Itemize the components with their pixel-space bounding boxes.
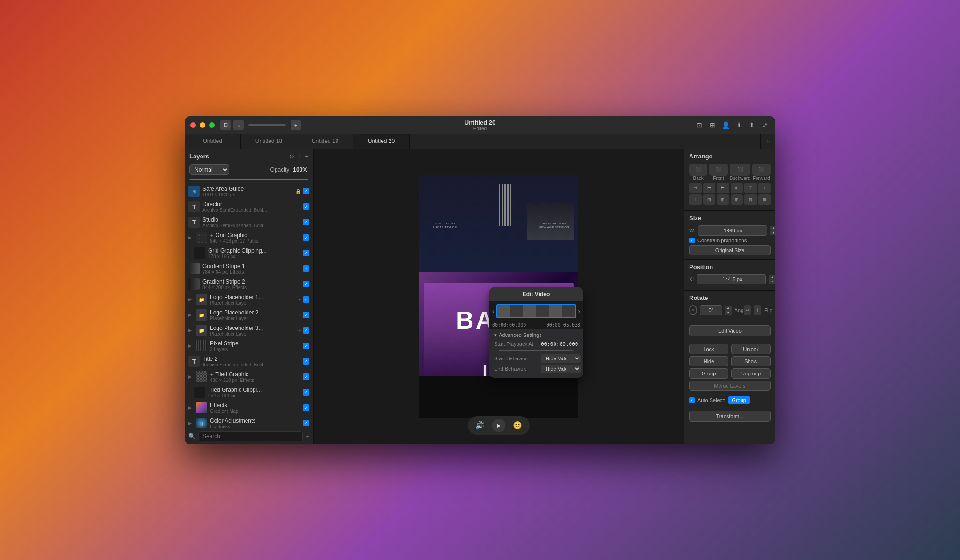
list-item[interactable]: Grid Graphic Clipping... 278 × 166 px ✓ bbox=[185, 246, 313, 261]
emoji-icon[interactable]: 😊 bbox=[513, 421, 522, 430]
close-button[interactable] bbox=[190, 122, 196, 128]
list-item[interactable]: ▶ 📁 Logo Placeholder 2... Placeholder La… bbox=[185, 307, 313, 323]
filmstrip-next-icon[interactable]: › bbox=[578, 307, 580, 315]
expand-arrow-icon[interactable]: ▶ bbox=[188, 313, 193, 317]
group-button[interactable]: Group bbox=[689, 368, 728, 379]
back-button[interactable]: ⬛ bbox=[689, 164, 707, 176]
expand-icon[interactable]: ⤢ bbox=[760, 120, 770, 130]
flip-h-button[interactable]: ⇔ bbox=[744, 305, 751, 315]
add-icon[interactable]: + bbox=[298, 328, 301, 333]
tab-untitled18[interactable]: Untitled 18 bbox=[241, 134, 297, 149]
blend-mode-select[interactable]: Normal bbox=[189, 164, 229, 175]
align-extra-4[interactable]: ⊞ bbox=[758, 194, 771, 205]
visibility-check[interactable]: ✓ bbox=[303, 265, 309, 272]
show-button[interactable]: Show bbox=[731, 356, 771, 366]
align-bottom-button[interactable]: ⊥ bbox=[689, 194, 702, 205]
expand-arrow-icon[interactable]: ▶ bbox=[188, 328, 193, 333]
angle-stepper[interactable]: ▲ ▼ bbox=[725, 306, 732, 315]
list-item[interactable]: Gradient Stripe 1 784 × 64 px, Effects ✓ bbox=[185, 261, 313, 276]
constrain-checkbox[interactable]: ✓ bbox=[689, 238, 695, 243]
tab-untitled[interactable]: Untitled bbox=[185, 134, 241, 149]
layers-options-icon[interactable]: ⊙ bbox=[289, 153, 294, 160]
x-up-button[interactable]: ▲ bbox=[769, 275, 775, 279]
align-extra-1[interactable]: ⊞ bbox=[717, 194, 729, 205]
expand-arrow-icon[interactable]: ▶ bbox=[188, 235, 193, 240]
width-up-button[interactable]: ▲ bbox=[770, 226, 775, 231]
add-icon[interactable]: + bbox=[298, 297, 301, 302]
tab-untitled19[interactable]: Untitled 19 bbox=[297, 134, 353, 149]
visibility-check[interactable]: ✓ bbox=[303, 312, 309, 318]
list-item[interactable]: ⊞ Safe Area Guide 1080 × 1920 px 🔒 ✓ bbox=[185, 184, 313, 199]
filmstrip-track[interactable] bbox=[496, 304, 577, 318]
visibility-check[interactable]: ✓ bbox=[303, 404, 309, 411]
end-behavior-select[interactable]: Hide Video bbox=[541, 365, 581, 373]
visibility-check[interactable]: ✓ bbox=[303, 281, 309, 287]
layers-sort-icon[interactable]: ↕ bbox=[298, 153, 301, 160]
expand-arrow-icon[interactable]: ▶ bbox=[188, 374, 193, 379]
user-icon[interactable]: 👤 bbox=[721, 120, 730, 130]
list-item[interactable]: T Director Archivo SemiExpanded, Bold...… bbox=[185, 199, 313, 215]
list-item[interactable]: ▶ ✦ Tiled Graphic 430 × 210 px, Effects … bbox=[185, 369, 313, 385]
angle-up-button[interactable]: ▲ bbox=[725, 306, 732, 310]
zoom-icon[interactable]: + bbox=[291, 120, 301, 130]
tab-add-button[interactable]: + bbox=[760, 134, 775, 149]
list-item[interactable]: Tiled Graphic Clippi... 254 × 194 px ✓ bbox=[185, 385, 313, 400]
width-down-button[interactable]: ▼ bbox=[770, 231, 775, 235]
list-item[interactable]: T Studio Archivo SemiExpanded, Bold... ✓ bbox=[185, 215, 313, 230]
visibility-check[interactable]: ✓ bbox=[303, 234, 309, 241]
x-stepper[interactable]: ▲ ▼ bbox=[769, 275, 775, 284]
list-item[interactable]: ▶ Pixel Stripe 2 Layers ✓ bbox=[185, 338, 313, 354]
visibility-check[interactable]: ✓ bbox=[303, 250, 309, 256]
width-input[interactable] bbox=[698, 225, 767, 236]
minimize-button[interactable] bbox=[200, 122, 205, 128]
list-item[interactable]: ▶ ✦ Grid Graphic 640 × 416 px, 17 Paths … bbox=[185, 230, 313, 246]
angle-down-button[interactable]: ▼ bbox=[725, 310, 732, 315]
merge-layers-button[interactable]: Merge Layers bbox=[689, 381, 771, 391]
list-item[interactable]: ▶ Effects Gradient Map ✓ bbox=[185, 400, 313, 416]
align-top-button[interactable]: ⊤ bbox=[744, 183, 757, 193]
share-icon[interactable]: ⬆ bbox=[747, 120, 757, 130]
ungroup-button[interactable]: Ungroup bbox=[731, 368, 771, 379]
view-options-icon[interactable]: ⌄ bbox=[233, 120, 244, 130]
align-extra-3[interactable]: ⊞ bbox=[744, 194, 757, 205]
add-layer-icon[interactable]: + bbox=[306, 433, 309, 440]
rotate-wheel[interactable]: ○ bbox=[689, 305, 697, 315]
visibility-check[interactable]: ✓ bbox=[303, 219, 309, 225]
visibility-check[interactable]: ✓ bbox=[303, 373, 309, 380]
x-down-button[interactable]: ▼ bbox=[769, 279, 775, 284]
filmstrip-prev-icon[interactable]: ‹ bbox=[492, 307, 495, 315]
list-item[interactable]: ▶ 📁 Logo Placeholder 3... Placeholder La… bbox=[185, 323, 313, 338]
auto-select-checkbox[interactable]: ✓ bbox=[689, 397, 695, 403]
visibility-check[interactable]: ✓ bbox=[303, 296, 309, 303]
forward-button[interactable]: ⬛ bbox=[752, 164, 771, 176]
expand-arrow-icon[interactable]: ▶ bbox=[188, 405, 193, 410]
inspector-icon[interactable]: ⊞ bbox=[708, 120, 717, 130]
transform-button[interactable]: Transform... bbox=[689, 411, 771, 422]
auto-select-dropdown[interactable]: Group bbox=[728, 396, 750, 404]
backward-button[interactable]: ⬛ bbox=[730, 164, 750, 176]
sidebar-toggle-icon[interactable]: ⊟ bbox=[220, 120, 231, 130]
list-item[interactable]: ▶ 📁 Logo Placeholder 1... Placeholder La… bbox=[185, 292, 313, 307]
visibility-check[interactable]: ✓ bbox=[303, 358, 309, 365]
flip-v-button[interactable]: ⇕ bbox=[754, 305, 761, 315]
info-icon[interactable]: ℹ bbox=[734, 120, 743, 130]
visibility-check[interactable]: ✓ bbox=[303, 188, 309, 194]
zoom-slider[interactable] bbox=[248, 124, 286, 126]
distribute-h-button[interactable]: ⊞ bbox=[731, 183, 743, 193]
expand-arrow-icon[interactable]: ▶ bbox=[188, 343, 193, 348]
canvas-area[interactable]: DIRECTED BYLUCAS TAYLOR PRESENTED BYNEW … bbox=[314, 149, 684, 444]
visibility-check[interactable]: ✓ bbox=[303, 327, 309, 334]
x-input[interactable] bbox=[697, 274, 766, 284]
original-size-button[interactable]: Original Size bbox=[689, 245, 771, 255]
distribute-v-button[interactable]: ⊞ bbox=[703, 194, 716, 205]
visibility-check[interactable]: ✓ bbox=[303, 389, 309, 396]
maximize-button[interactable] bbox=[209, 122, 215, 128]
list-item[interactable]: Gradient Stripe 2 844 × 200 px, Effects … bbox=[185, 276, 313, 292]
list-item[interactable]: T Title 2 Archivo SemiExpanded, Bold... … bbox=[185, 354, 313, 369]
visibility-check[interactable]: ✓ bbox=[303, 203, 309, 210]
lock-button[interactable]: Lock bbox=[689, 344, 728, 354]
unlock-button[interactable]: Unlock bbox=[731, 344, 771, 354]
playback-slider[interactable] bbox=[499, 350, 574, 351]
play-button[interactable]: ▶ bbox=[492, 419, 505, 432]
angle-input[interactable] bbox=[700, 305, 722, 315]
